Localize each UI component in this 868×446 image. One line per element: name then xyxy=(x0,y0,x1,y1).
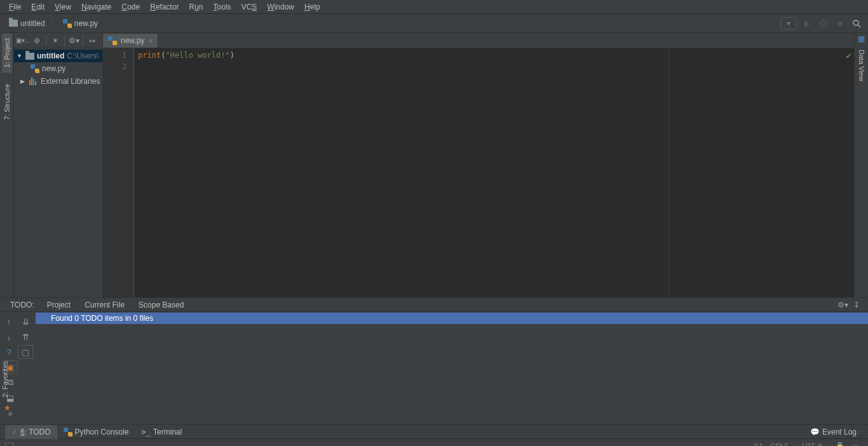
scroll-from-source-icon[interactable]: ⊕ xyxy=(31,34,43,47)
todo-hide-icon[interactable]: ↧ xyxy=(850,299,863,311)
event-log-icon: 💬 xyxy=(810,428,820,436)
todo-label: TODO: xyxy=(5,299,39,311)
menu-view[interactable]: View xyxy=(50,1,76,13)
menu-bar: File Edit View Navigate Code Refactor Ru… xyxy=(0,0,868,14)
autoscroll-icon[interactable]: ▢ xyxy=(18,345,33,359)
python-file-icon xyxy=(63,19,72,28)
prev-todo-icon[interactable]: ↑ xyxy=(1,314,17,328)
todo-tab-project[interactable]: Project xyxy=(41,299,77,311)
breadcrumb-file-label: new.py xyxy=(74,19,98,28)
bottom-tab-event-log[interactable]: 💬 Event Log xyxy=(804,425,863,439)
breadcrumb-file[interactable]: new.py xyxy=(59,18,102,29)
todo-body: ↑⇊ ↓⇈ ?▢ ▣ ⧉ ⬓ » Found 0 TODO items in 0… xyxy=(0,312,868,424)
favorites-tool-tab[interactable]: 2: Favorites xyxy=(0,356,10,402)
status-lock-icon[interactable]: 🔒 xyxy=(832,442,848,446)
code-area[interactable]: print("Hello world!") ✔ xyxy=(134,48,854,297)
project-toolbar: ▣▾... ⊕ ✶ ⚙▾ ↦ xyxy=(14,33,102,48)
bottom-toolbar: ✓ 6: TODO Python Console >_ Terminal 💬 E… xyxy=(0,424,868,438)
python-icon xyxy=(64,428,72,436)
tree-external-label: External Libraries xyxy=(41,77,100,86)
bottom-tab-console-label: Python Console xyxy=(75,428,129,436)
folder-icon xyxy=(25,53,34,60)
tree-root-name: untitled xyxy=(37,51,64,60)
navigation-bar: untitled 〉 new.py ▾ ▶ ■ xyxy=(0,14,868,33)
tree-root[interactable]: ▼ untitled C:\Users\ xyxy=(14,50,102,62)
run-config-dropdown[interactable]: ▾ xyxy=(780,17,797,30)
menu-edit[interactable]: Edit xyxy=(26,1,50,13)
expand-icon[interactable]: ▶ xyxy=(20,78,27,84)
bottom-tab-terminal[interactable]: >_ Terminal xyxy=(135,425,188,439)
run-button[interactable]: ▶ xyxy=(801,17,813,30)
project-sidebar: ▣▾... ⊕ ✶ ⚙▾ ↦ ▼ untitled C:\Users\ new.… xyxy=(14,33,103,297)
menu-code[interactable]: Code xyxy=(116,1,145,13)
collapse-all-icon[interactable]: ✶ xyxy=(49,34,62,47)
bottom-tab-python-console[interactable]: Python Console xyxy=(57,425,135,439)
code-line: print("Hello world!") xyxy=(138,50,850,61)
stop-button[interactable]: ■ xyxy=(834,17,846,30)
left-tool-gutter: 1: Project 7: Structure xyxy=(0,33,14,297)
status-toggle-icon[interactable] xyxy=(5,443,14,447)
data-view-icon[interactable]: ▦ xyxy=(858,33,865,44)
data-view-tool-tab[interactable]: Data View xyxy=(857,44,867,86)
line-number-gutter: 1 2 xyxy=(103,48,134,297)
hide-tool-icon[interactable]: ↦ xyxy=(86,34,99,47)
folder-icon xyxy=(9,20,18,27)
todo-panel: TODO: Project Current File Scope Based ⚙… xyxy=(0,297,868,424)
structure-tool-tab[interactable]: 7: Structure xyxy=(2,79,12,125)
editor-tab[interactable]: new.py × xyxy=(103,33,158,48)
breadcrumb-project[interactable]: untitled xyxy=(5,18,49,29)
main-body: 1: Project 7: Structure ▣▾... ⊕ ✶ ⚙▾ ↦ ▼… xyxy=(0,33,868,297)
todo-message[interactable]: Found 0 TODO items in 0 files xyxy=(36,313,868,324)
next-todo-icon[interactable]: ↓ xyxy=(1,330,17,344)
project-view-dropdown[interactable]: ▣▾... xyxy=(17,34,29,47)
tree-file-name: new.py xyxy=(42,64,65,73)
project-tool-tab[interactable]: 1: Project xyxy=(2,33,12,72)
python-file-icon xyxy=(31,64,39,73)
bottom-tab-terminal-label: Terminal xyxy=(153,428,182,436)
editor-area: new.py × 1 2 print("Hello world!") ✔ xyxy=(103,33,854,297)
project-tree: ▼ untitled C:\Users\ new.py ▶ External L… xyxy=(14,48,102,89)
search-everywhere-button[interactable] xyxy=(850,17,863,30)
menu-file[interactable]: File xyxy=(4,1,26,13)
editor-tabstrip: new.py × xyxy=(103,33,854,48)
favorites-gutter: 2: Favorites ★ xyxy=(0,356,14,412)
toolbar-separator xyxy=(46,36,46,46)
line-number: 1 xyxy=(103,50,127,61)
libraries-icon xyxy=(29,78,38,85)
breadcrumb-separator: 〉 xyxy=(50,18,58,29)
todo-tabbar: TODO: Project Current File Scope Based ⚙… xyxy=(0,298,868,312)
menu-run[interactable]: Run xyxy=(184,1,208,13)
collapse-icon[interactable]: ▼ xyxy=(17,53,23,59)
bottom-tab-todo[interactable]: ✓ 6: TODO xyxy=(5,425,57,439)
status-position[interactable]: 2:1 xyxy=(749,442,766,447)
menu-navigate[interactable]: Navigate xyxy=(76,1,116,13)
menu-window[interactable]: Window xyxy=(262,1,300,13)
svg-line-6 xyxy=(858,25,860,27)
status-encoding[interactable]: UTF-8÷ xyxy=(799,442,832,447)
menu-help[interactable]: Help xyxy=(300,1,326,13)
breadcrumb-project-label: untitled xyxy=(20,19,45,28)
line-number: 2 xyxy=(103,61,127,72)
editor-body[interactable]: 1 2 print("Hello world!") ✔ xyxy=(103,48,854,297)
todo-content: Found 0 TODO items in 0 files xyxy=(36,312,868,424)
todo-settings-icon[interactable]: ⚙▾ xyxy=(836,299,849,311)
close-tab-icon[interactable]: × xyxy=(148,37,152,44)
todo-tab-scope[interactable]: Scope Based xyxy=(132,299,190,311)
status-bar: 2:1 CRLF÷ UTF-8÷ 🔒 ☺ xyxy=(0,438,868,446)
expand-all-icon[interactable]: ⇊ xyxy=(18,314,33,328)
svg-point-5 xyxy=(853,20,858,25)
inspection-ok-icon[interactable]: ✔ xyxy=(846,50,851,61)
debug-button[interactable] xyxy=(817,17,830,30)
menu-tools[interactable]: Tools xyxy=(208,1,236,13)
status-inspector-icon[interactable]: ☺ xyxy=(848,442,863,447)
star-icon: ★ xyxy=(0,403,14,412)
collapse-all-icon[interactable]: ⇈ xyxy=(18,330,33,344)
tree-file[interactable]: new.py xyxy=(14,62,102,75)
menu-refactor[interactable]: Refactor xyxy=(145,1,184,13)
todo-tab-current-file[interactable]: Current File xyxy=(78,299,131,311)
tree-external-libs[interactable]: ▶ External Libraries xyxy=(14,75,102,88)
status-line-separator[interactable]: CRLF÷ xyxy=(767,442,799,447)
menu-vcs[interactable]: VCS xyxy=(236,1,262,13)
tree-root-path: C:\Users\ xyxy=(67,51,99,60)
settings-dropdown-icon[interactable]: ⚙▾ xyxy=(67,34,80,47)
